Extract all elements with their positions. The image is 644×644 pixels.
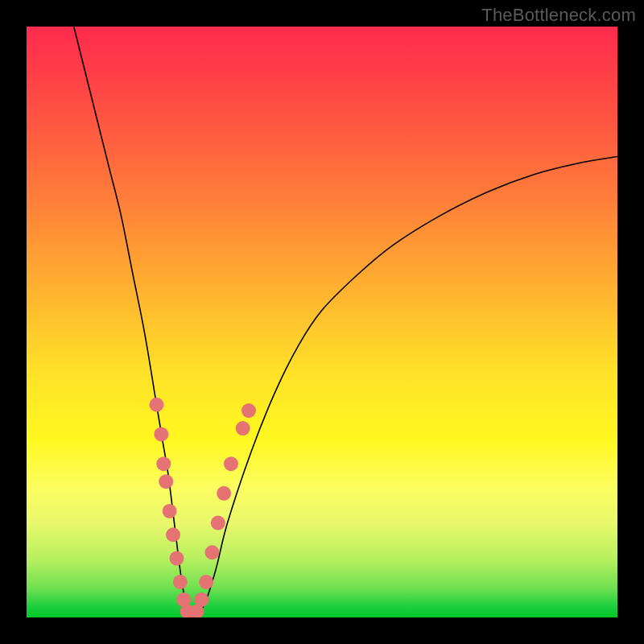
- data-marker: [173, 575, 188, 589]
- data-marker: [204, 545, 219, 559]
- data-marker: [159, 474, 173, 489]
- chart-plot-area: [27, 27, 617, 617]
- data-marker: [166, 527, 180, 542]
- bottleneck-curve: [74, 27, 617, 617]
- data-marker: [242, 403, 256, 418]
- data-marker: [194, 592, 208, 607]
- data-marker: [163, 504, 177, 518]
- chart-frame: TheBottleneck.com: [0, 0, 644, 644]
- data-marker: [154, 427, 168, 441]
- data-marker: [169, 551, 184, 566]
- data-marker: [217, 486, 231, 501]
- data-marker: [149, 398, 163, 412]
- data-marker: [224, 456, 238, 471]
- marker-group: [149, 398, 256, 617]
- data-marker: [156, 456, 171, 471]
- watermark-text: TheBottleneck.com: [481, 5, 636, 26]
- data-marker: [236, 421, 250, 436]
- bottleneck-chart-svg: [27, 27, 617, 617]
- data-marker: [199, 575, 213, 589]
- data-marker: [211, 516, 225, 530]
